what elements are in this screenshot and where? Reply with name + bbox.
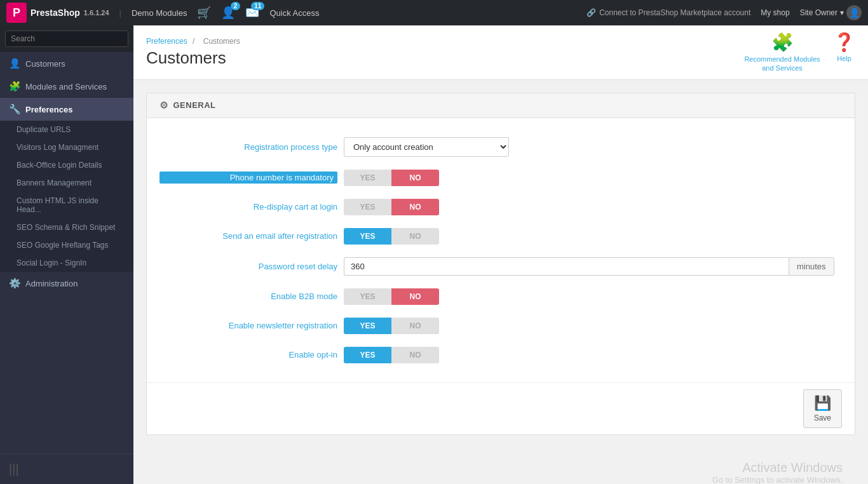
registration-process-control: Only account creation Account creation a… xyxy=(344,137,842,157)
nav-sep: | xyxy=(119,8,121,18)
logo: P PrestaShop 1.6.1.24 xyxy=(6,3,109,23)
b2b-mode-yes-button[interactable]: YES xyxy=(344,288,391,305)
preferences-submenu: Duplicate URLS Visitors Log Managment Ba… xyxy=(0,121,133,272)
general-section-title: GENERAL xyxy=(173,100,216,110)
send-email-row: Send an email after registration YES NO xyxy=(147,222,855,251)
sidebar: 👤 Customers 🧩 Modules and Services 🔧 Pre… xyxy=(0,25,133,484)
page-header: Preferences / Customers Customers 🧩 Reco… xyxy=(133,25,868,80)
phone-mandatory-toggle: YES NO xyxy=(344,170,439,186)
sidebar-subitem-social-login[interactable]: Social Login - SignIn xyxy=(0,254,133,272)
myshop-link[interactable]: My shop xyxy=(761,8,789,17)
redisplay-cart-no-button[interactable]: NO xyxy=(391,199,439,215)
password-reset-row: Password reset delay minutes xyxy=(147,251,855,282)
sidebar-item-administration[interactable]: ⚙️ Administration xyxy=(0,272,133,295)
activate-windows-watermark: Activate Windows Go to Settings to activ… xyxy=(146,448,855,484)
send-email-no-button[interactable]: NO xyxy=(391,228,439,245)
breadcrumb-preferences[interactable]: Preferences xyxy=(146,37,187,46)
password-reset-label: Password reset delay xyxy=(159,262,337,271)
registration-process-row: Registration process type Only account c… xyxy=(147,131,855,163)
save-icon: 💾 xyxy=(814,395,831,412)
optin-row: Enable opt-in YES NO xyxy=(147,340,855,370)
sidebar-subitem-duplicate-urls[interactable]: Duplicate URLS xyxy=(0,121,133,138)
send-email-label: Send an email after registration xyxy=(159,231,337,241)
minutes-suffix: minutes xyxy=(789,257,834,276)
sidebar-subitem-backoffice-login[interactable]: Back-Office Login Details xyxy=(0,156,133,174)
gear-icon: ⚙ xyxy=(159,100,168,111)
cart-icon-btn[interactable]: 🛒 xyxy=(197,6,211,20)
top-navigation: P PrestaShop 1.6.1.24 | Demo Modules 🛒 👤… xyxy=(0,0,868,25)
header-actions: 🧩 Recommended Modules and Services ❓ Hel… xyxy=(744,32,855,73)
send-email-yes-button[interactable]: YES xyxy=(344,228,391,245)
b2b-mode-control: YES NO xyxy=(344,288,842,305)
phone-mandatory-no-button[interactable]: NO xyxy=(391,170,439,186)
save-button[interactable]: 💾 Save xyxy=(803,389,842,428)
sidebar-bottom: ||| xyxy=(0,454,133,484)
connect-marketplace-button[interactable]: 🔗 Connect to PrestaShop Marketplace acco… xyxy=(587,8,750,17)
activate-windows-subtitle: Go to Settings to activate Windows. xyxy=(159,475,843,484)
b2b-mode-toggle: YES NO xyxy=(344,288,439,305)
sidebar-subitem-custom-html[interactable]: Custom HTML JS inside Head... xyxy=(0,192,133,218)
messages-badge: 2 xyxy=(231,2,241,10)
site-owner-button[interactable]: Site Owner ▾ 👤 xyxy=(800,5,862,20)
sidebar-subitem-seo-schema[interactable]: SEO Schema & Rich Snippet xyxy=(0,218,133,236)
sidebar-item-preferences[interactable]: 🔧 Preferences xyxy=(0,98,133,121)
redisplay-cart-row: Re-display cart at login YES NO xyxy=(147,192,855,222)
recommended-modules-button[interactable]: 🧩 Recommended Modules and Services xyxy=(744,32,820,73)
sidebar-search-area xyxy=(0,25,133,52)
password-reset-input[interactable] xyxy=(344,257,789,276)
newsletter-yes-button[interactable]: YES xyxy=(344,318,391,334)
administration-icon: ⚙️ xyxy=(9,278,20,289)
help-button[interactable]: ❓ Help xyxy=(833,32,855,62)
owner-chevron-icon: ▾ xyxy=(840,8,844,17)
optin-no-button[interactable]: NO xyxy=(391,347,439,363)
b2b-mode-label: Enable B2B mode xyxy=(159,292,337,301)
demo-modules-link[interactable]: Demo Modules xyxy=(132,8,187,18)
notifications-icon-btn[interactable]: ✉️ 11 xyxy=(245,6,259,20)
puzzle-icon: 🧩 xyxy=(771,32,794,53)
connect-icon: 🔗 xyxy=(587,8,596,17)
redisplay-cart-toggle: YES NO xyxy=(344,199,439,215)
owner-avatar: 👤 xyxy=(846,5,862,20)
notifications-badge: 11 xyxy=(251,2,264,10)
optin-yes-button[interactable]: YES xyxy=(344,347,391,363)
quick-access-link[interactable]: Quick Access xyxy=(269,8,319,18)
registration-process-label: Registration process type xyxy=(159,142,337,152)
customers-icon: 👤 xyxy=(9,58,20,69)
b2b-mode-no-button[interactable]: NO xyxy=(391,288,439,305)
phone-mandatory-label: Phone number is mandatory xyxy=(159,171,337,184)
password-reset-input-group: minutes xyxy=(344,257,842,276)
app-version: 1.6.1.24 xyxy=(84,9,109,17)
preferences-icon: 🔧 xyxy=(9,104,20,115)
sidebar-item-customers[interactable]: 👤 Customers xyxy=(0,52,133,75)
messages-icon-btn[interactable]: 👤 2 xyxy=(221,6,235,20)
activate-windows-title: Activate Windows xyxy=(159,460,843,475)
newsletter-row: Enable newsletter registration YES NO xyxy=(147,311,855,340)
redisplay-cart-control: YES NO xyxy=(344,199,842,215)
search-input[interactable] xyxy=(5,30,128,47)
page-title: Customers xyxy=(146,48,243,68)
redisplay-cart-yes-button[interactable]: YES xyxy=(344,199,391,215)
sidebar-subitem-visitors-log[interactable]: Visitors Log Managment xyxy=(0,138,133,156)
phone-mandatory-control: YES NO xyxy=(344,170,842,186)
sidebar-subitem-seo-hreflang[interactable]: SEO Google Hreflang Tags xyxy=(0,236,133,254)
general-card: ⚙ GENERAL Registration process type Only… xyxy=(146,93,855,435)
newsletter-label: Enable newsletter registration xyxy=(159,321,337,330)
send-email-control: YES NO xyxy=(344,228,842,245)
main-content: ⚙ GENERAL Registration process type Only… xyxy=(133,80,868,484)
page-header-left: Preferences / Customers Customers xyxy=(146,37,243,68)
optin-control: YES NO xyxy=(344,347,842,363)
main-area: Preferences / Customers Customers 🧩 Reco… xyxy=(133,25,868,484)
phone-mandatory-row: Phone number is mandatory YES NO xyxy=(147,163,855,192)
newsletter-no-button[interactable]: NO xyxy=(391,318,439,334)
modules-icon: 🧩 xyxy=(9,81,20,92)
help-icon: ❓ xyxy=(833,32,855,53)
optin-toggle: YES NO xyxy=(344,347,439,363)
sidebar-resize-handle[interactable]: ||| xyxy=(9,462,19,476)
registration-process-select[interactable]: Only account creation Account creation a… xyxy=(344,137,509,157)
sidebar-subitem-banners[interactable]: Banners Management xyxy=(0,174,133,192)
redisplay-cart-label: Re-display cart at login xyxy=(159,202,337,212)
phone-mandatory-yes-button[interactable]: YES xyxy=(344,170,391,186)
sidebar-item-modules[interactable]: 🧩 Modules and Services xyxy=(0,75,133,98)
breadcrumb-separator: / xyxy=(193,37,194,46)
app-name: PrestaShop xyxy=(31,8,80,18)
